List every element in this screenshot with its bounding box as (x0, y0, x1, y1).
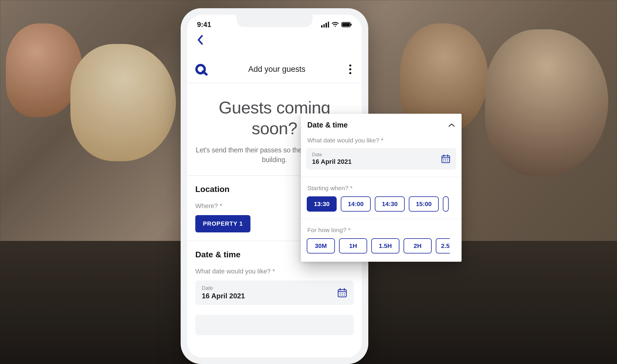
svg-point-18 (443, 159, 444, 160)
duration-option[interactable]: 1.5H (371, 238, 399, 254)
duration-option[interactable]: 1H (339, 238, 367, 254)
status-right-icons (321, 22, 352, 28)
popover-header[interactable]: Date & time (306, 121, 456, 129)
date-time-popover: Date & time What date would you like? * … (301, 114, 462, 262)
wifi-icon (331, 22, 339, 28)
svg-point-13 (344, 295, 345, 295)
date-field-label: Date (202, 285, 245, 291)
popover-date-question: What date would you like? * (306, 137, 456, 144)
calendar-icon (337, 288, 347, 298)
duration-option[interactable]: 2.5 (436, 238, 450, 254)
back-button[interactable] (193, 33, 207, 47)
popover-date-field-label: Date (312, 152, 352, 157)
duration-options-row: 30M 1H 1.5H 2H 2.5 (306, 238, 456, 254)
time-option[interactable]: 14:00 (341, 196, 371, 212)
svg-rect-1 (342, 23, 350, 26)
chevron-up-icon (448, 123, 455, 127)
svg-point-12 (342, 295, 343, 295)
kebab-dot-icon (349, 72, 351, 74)
svg-point-20 (447, 159, 448, 160)
duration-option[interactable]: 2H (404, 238, 432, 254)
popover-duration-question: For how long? * (306, 227, 456, 234)
svg-point-19 (445, 159, 446, 160)
kebab-dot-icon (349, 64, 351, 67)
popover-date-field-value: 16 April 2021 (312, 158, 352, 166)
popover-date-input[interactable]: Date 16 April 2021 (306, 148, 456, 170)
app-header: Add your guests (187, 56, 362, 83)
svg-point-11 (340, 295, 340, 295)
time-option[interactable]: 13:30 (307, 196, 337, 212)
svg-point-9 (342, 293, 343, 294)
date-input[interactable]: Date 16 April 2021 (195, 280, 354, 305)
date-question-label: What date would you like? * (195, 268, 354, 275)
svg-point-22 (445, 161, 446, 161)
battery-icon (341, 22, 352, 27)
time-options-row: 13:30 14:00 14:30 15:00 (306, 196, 456, 212)
next-field-placeholder (195, 315, 354, 335)
svg-point-23 (447, 161, 448, 161)
cellular-signal-icon (321, 22, 329, 28)
date-field-value: 16 April 2021 (202, 292, 245, 300)
chevron-left-icon (197, 35, 203, 45)
time-option[interactable] (443, 196, 449, 212)
more-menu-button[interactable] (346, 64, 354, 74)
svg-point-8 (340, 293, 340, 294)
popover-title: Date & time (307, 121, 348, 129)
divider (301, 177, 462, 177)
time-option[interactable]: 15:00 (409, 196, 439, 212)
hero-heading-line2: soon? (252, 119, 297, 138)
page-title: Add your guests (208, 65, 346, 74)
phone-notch (236, 15, 313, 27)
time-option[interactable]: 14:30 (375, 196, 405, 212)
svg-point-21 (443, 161, 444, 161)
divider (301, 219, 462, 219)
duration-option[interactable]: 30M (307, 238, 335, 254)
kebab-dot-icon (349, 68, 351, 70)
svg-point-10 (344, 293, 345, 294)
property-chip[interactable]: PROPERTY 1 (195, 215, 250, 232)
popover-start-question: Starting when? * (306, 185, 456, 192)
svg-rect-2 (351, 24, 352, 26)
status-time: 9:41 (197, 21, 211, 29)
calendar-icon (441, 154, 450, 164)
app-logo-icon (195, 63, 208, 76)
date-time-title: Date & time (195, 250, 240, 259)
